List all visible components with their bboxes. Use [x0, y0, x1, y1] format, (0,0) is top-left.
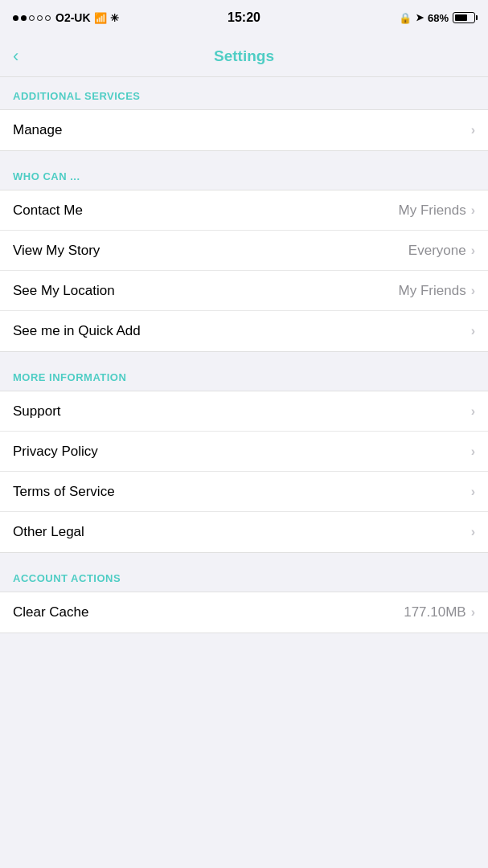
list-item-privacy-policy[interactable]: Privacy Policy›	[0, 432, 488, 472]
list-item-value-contact-me: My Friends	[399, 203, 466, 219]
wifi-icon: 📶	[94, 12, 107, 24]
back-button[interactable]: ‹	[13, 46, 18, 67]
list-item-contact-me[interactable]: Contact MeMy Friends›	[0, 190, 488, 231]
list-item-label-see-me-quick-add: See me in Quick Add	[13, 323, 141, 339]
list-item-right-view-my-story: Everyone›	[408, 243, 475, 259]
chevron-icon-contact-me: ›	[471, 203, 475, 218]
chevron-icon-manage: ›	[471, 123, 475, 137]
list-item-right-support: ›	[471, 404, 475, 419]
list-item-value-view-my-story: Everyone	[408, 243, 466, 259]
section-header-text-more-information: MORE INFORMATION	[13, 371, 126, 383]
carrier-label: O2-UK	[55, 11, 91, 24]
signal-dots	[13, 15, 51, 21]
list-item-label-contact-me: Contact Me	[13, 203, 83, 219]
lock-icon: 🔒	[399, 12, 412, 24]
list-item-terms-of-service[interactable]: Terms of Service›	[0, 472, 488, 512]
battery-icon	[453, 12, 475, 23]
section-header-additional-services: ADDITIONAL SERVICES	[0, 77, 488, 109]
list-item-other-legal[interactable]: Other Legal›	[0, 512, 488, 552]
battery-percent: 68%	[428, 12, 449, 24]
section-header-text-additional-services: ADDITIONAL SERVICES	[13, 90, 141, 102]
spacer-2	[0, 553, 488, 559]
chevron-icon-clear-cache: ›	[471, 605, 475, 620]
activity-icon: ✳	[110, 12, 119, 24]
chevron-icon-support: ›	[471, 404, 475, 419]
list-who-can: Contact MeMy Friends›View My StoryEveryo…	[0, 190, 488, 352]
settings-sections: ADDITIONAL SERVICESManage›WHO CAN ...Con…	[0, 77, 488, 633]
section-header-text-account-actions: ACCOUNT ACTIONS	[13, 572, 121, 584]
status-right: 🔒 ➤ 68%	[399, 12, 475, 24]
list-item-right-see-me-quick-add: ›	[471, 324, 475, 338]
list-item-label-support: Support	[13, 403, 61, 420]
list-item-clear-cache[interactable]: Clear Cache177.10MB›	[0, 592, 488, 633]
section-header-who-can: WHO CAN ...	[0, 158, 488, 190]
chevron-icon-view-my-story: ›	[471, 244, 475, 258]
location-icon: ➤	[416, 12, 424, 23]
dot-2	[21, 15, 27, 21]
list-item-right-see-my-location: My Friends›	[399, 283, 475, 299]
nav-bar: ‹ Settings	[0, 35, 488, 77]
list-item-right-privacy-policy: ›	[471, 444, 475, 459]
list-item-label-clear-cache: Clear Cache	[13, 604, 89, 620]
list-item-right-terms-of-service: ›	[471, 485, 475, 499]
chevron-icon-privacy-policy: ›	[471, 444, 475, 459]
list-item-support[interactable]: Support›	[0, 391, 488, 432]
list-account-actions: Clear Cache177.10MB›	[0, 592, 488, 633]
chevron-icon-terms-of-service: ›	[471, 485, 475, 499]
section-header-text-who-can: WHO CAN ...	[13, 170, 80, 182]
dot-4	[37, 15, 43, 21]
list-item-right-manage: ›	[471, 123, 475, 137]
chevron-icon-other-legal: ›	[471, 525, 475, 539]
status-bar: O2-UK 📶 ✳ 15:20 🔒 ➤ 68%	[0, 0, 488, 35]
list-item-manage[interactable]: Manage›	[0, 110, 488, 150]
chevron-icon-see-my-location: ›	[471, 284, 475, 298]
spacer-1	[0, 352, 488, 358]
battery-fill	[455, 14, 467, 21]
list-item-label-manage: Manage	[13, 122, 62, 138]
list-item-label-privacy-policy: Privacy Policy	[13, 444, 98, 460]
section-header-more-information: MORE INFORMATION	[0, 358, 488, 391]
list-item-label-see-my-location: See My Location	[13, 283, 115, 299]
list-item-right-contact-me: My Friends›	[399, 203, 475, 219]
list-item-value-clear-cache: 177.10MB	[404, 604, 466, 620]
status-time: 15:20	[228, 10, 260, 25]
list-item-right-other-legal: ›	[471, 525, 475, 539]
chevron-icon-see-me-quick-add: ›	[471, 324, 475, 338]
dot-5	[45, 15, 51, 21]
list-item-label-other-legal: Other Legal	[13, 524, 84, 540]
list-item-right-clear-cache: 177.10MB›	[404, 604, 475, 620]
list-more-information: Support›Privacy Policy›Terms of Service›…	[0, 391, 488, 553]
dot-3	[29, 15, 35, 21]
status-left: O2-UK 📶 ✳	[13, 11, 119, 24]
list-item-label-view-my-story: View My Story	[13, 243, 100, 259]
dot-1	[13, 15, 18, 21]
section-header-account-actions: ACCOUNT ACTIONS	[0, 559, 488, 592]
list-item-see-my-location[interactable]: See My LocationMy Friends›	[0, 271, 488, 311]
page-title: Settings	[214, 47, 274, 65]
spacer-0	[0, 151, 488, 158]
list-item-see-me-quick-add[interactable]: See me in Quick Add›	[0, 311, 488, 351]
list-item-view-my-story[interactable]: View My StoryEveryone›	[0, 231, 488, 271]
list-additional-services: Manage›	[0, 109, 488, 151]
list-item-value-see-my-location: My Friends	[399, 283, 466, 299]
list-item-label-terms-of-service: Terms of Service	[13, 484, 115, 500]
